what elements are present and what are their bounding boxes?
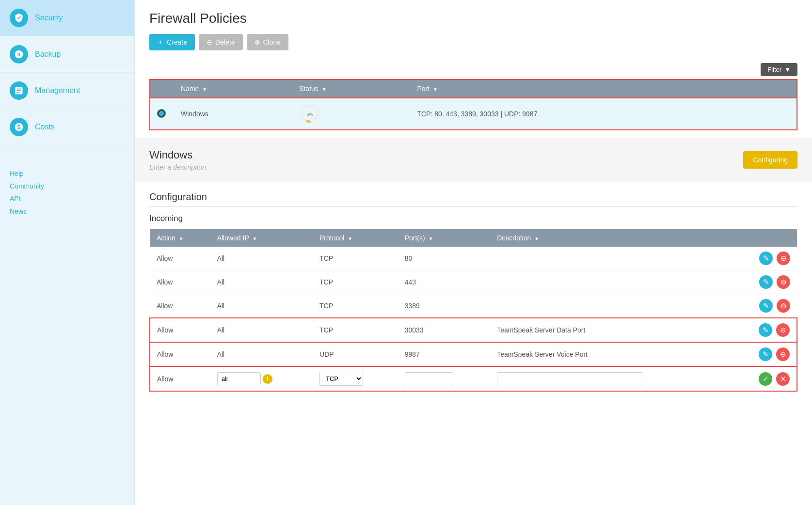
status-donut-svg: 5% [299, 103, 320, 125]
incoming-edit-row[interactable]: Allow ! TCP UDP ✓ ✕ [150, 366, 797, 391]
edit-allowed-ip-cell[interactable]: ! [210, 366, 313, 391]
cell-description: TeamSpeak Server Data Port [490, 318, 727, 342]
costs-icon [10, 118, 28, 136]
clone-button[interactable]: ⊕ Clone [247, 34, 289, 50]
description-input[interactable] [497, 372, 642, 385]
edit-button[interactable]: ✎ [759, 252, 773, 265]
cell-row-actions: ✎ ⊖ [727, 342, 797, 366]
col-header-name-label[interactable]: Name ▼ [174, 79, 292, 98]
news-link[interactable]: News [10, 207, 125, 215]
filter-button[interactable]: Filter ▼ [761, 63, 797, 76]
action-cell: ✎ ⊖ [734, 252, 790, 265]
warning-icon: ! [263, 374, 272, 384]
sidebar-item-backup[interactable]: Backup [0, 36, 134, 73]
ports-sort-icon: ▼ [429, 236, 433, 241]
configuring-button[interactable]: Configuring [743, 151, 797, 169]
col-allowed-ip[interactable]: Allowed IP ▼ [210, 229, 313, 247]
cell-allowed-ip: All [210, 342, 313, 366]
main-content: Firewall Policies ＋ Create ⊖ Delete ⊕ Cl… [135, 0, 812, 505]
cell-port: 30033 [398, 318, 491, 342]
cell-allowed-ip: All [210, 247, 313, 270]
col-header-port[interactable]: Port ▼ [410, 79, 797, 98]
edit-description-cell[interactable] [490, 366, 727, 391]
delete-button[interactable]: ⊖ Delete [199, 34, 242, 50]
donut-container: 5% [299, 103, 403, 125]
edit-button[interactable]: ✎ [759, 323, 772, 337]
edit-action-cell-wrap: ✓ ✕ [734, 372, 790, 386]
sidebar-backup-label: Backup [35, 50, 61, 59]
policy-table-header: Name ▼ Status ▼ Port ▼ [150, 79, 797, 98]
detail-title: Windows [149, 149, 208, 161]
incoming-row[interactable]: Allow All TCP 443 ✎ ⊖ [150, 270, 797, 294]
col-protocol[interactable]: Protocol ▼ [313, 229, 398, 247]
col-action[interactable]: Action ▼ [150, 229, 210, 247]
col-header-status[interactable]: Status ▼ [292, 79, 410, 98]
api-link[interactable]: API [10, 195, 125, 203]
delete-row-button[interactable]: ⊖ [777, 252, 790, 265]
detail-info: Windows Enter a description. [149, 149, 208, 171]
edit-protocol-cell[interactable]: TCP UDP [313, 366, 398, 391]
create-button[interactable]: ＋ Create [149, 34, 195, 50]
cell-description [490, 247, 727, 270]
cell-allowed-ip: All [210, 318, 313, 342]
edit-button[interactable]: ✎ [759, 275, 773, 289]
cell-description: TeamSpeak Server Voice Port [490, 342, 727, 366]
help-link[interactable]: Help [10, 170, 125, 177]
save-row-button[interactable]: ✓ [759, 372, 772, 386]
config-title: Configuration [149, 191, 797, 207]
security-icon [10, 9, 28, 27]
detail-section: Windows Enter a description. Configuring [135, 138, 812, 182]
cell-protocol: TCP [313, 247, 398, 270]
sidebar-item-security[interactable]: Security [0, 0, 134, 36]
filter-icon: ▼ [784, 66, 791, 73]
edit-save-cancel-cell: ✓ ✕ [727, 366, 797, 391]
row-status-cell: 5% [292, 98, 410, 130]
sidebar-management-label: Management [35, 86, 80, 95]
edit-button[interactable]: ✎ [759, 347, 772, 361]
delete-row-button[interactable]: ⊖ [777, 299, 790, 313]
cell-description [490, 294, 727, 318]
management-icon [10, 81, 28, 100]
allowed-ip-input[interactable] [217, 372, 261, 385]
delete-row-button[interactable]: ⊖ [776, 347, 790, 361]
action-cell: ✎ ⊖ [734, 323, 790, 337]
row-radio-cell[interactable] [150, 98, 174, 130]
policy-table-row[interactable]: Windows 5% TCP: 80, 443, 3389, 30033 | U… [150, 98, 797, 130]
incoming-row[interactable]: Allow All TCP 30033 TeamSpeak Server Dat… [150, 318, 797, 342]
port-input[interactable] [405, 372, 453, 385]
cell-row-actions: ✎ ⊖ [727, 247, 797, 270]
backup-icon [10, 45, 28, 63]
incoming-row[interactable]: Allow All UDP 9987 TeamSpeak Server Voic… [150, 342, 797, 366]
port-sort-icon: ▼ [433, 87, 438, 92]
sidebar-item-costs[interactable]: Costs [0, 109, 134, 145]
cell-allowed-ip: All [210, 270, 313, 294]
row-radio[interactable] [157, 109, 166, 118]
cell-action: Allow [150, 247, 210, 270]
incoming-row[interactable]: Allow All TCP 3389 ✎ ⊖ [150, 294, 797, 318]
sidebar-security-label: Security [35, 14, 63, 22]
cell-action: Allow [150, 318, 210, 342]
delete-row-button[interactable]: ⊖ [777, 275, 790, 289]
col-header-name[interactable] [150, 79, 174, 98]
edit-port-cell[interactable] [398, 366, 491, 391]
sidebar-item-management[interactable]: Management [0, 73, 134, 109]
sidebar-bottom-links: Help Community API News [0, 160, 134, 225]
protocol-select[interactable]: TCP UDP [319, 372, 363, 386]
community-link[interactable]: Community [10, 182, 125, 190]
col-actions-header [727, 229, 797, 247]
action-cell: ✎ ⊖ [734, 275, 790, 289]
col-description[interactable]: Description ▼ [490, 229, 727, 247]
cell-row-actions: ✎ ⊖ [727, 270, 797, 294]
action-cell: ✎ ⊖ [734, 299, 790, 313]
edit-button[interactable]: ✎ [759, 299, 773, 313]
cell-protocol: TCP [313, 294, 398, 318]
action-cell: ✎ ⊖ [734, 347, 790, 361]
incoming-title: Incoming [149, 214, 797, 223]
cancel-row-button[interactable]: ✕ [776, 372, 790, 386]
allowed-ip-sort-icon: ▼ [252, 236, 257, 241]
incoming-table: Action ▼ Allowed IP ▼ Protocol ▼ Port(s)… [149, 229, 797, 392]
delete-row-button[interactable]: ⊖ [776, 323, 790, 337]
detail-description: Enter a description. [149, 163, 208, 171]
col-ports[interactable]: Port(s) ▼ [398, 229, 491, 247]
incoming-row[interactable]: Allow All TCP 80 ✎ ⊖ [150, 247, 797, 270]
